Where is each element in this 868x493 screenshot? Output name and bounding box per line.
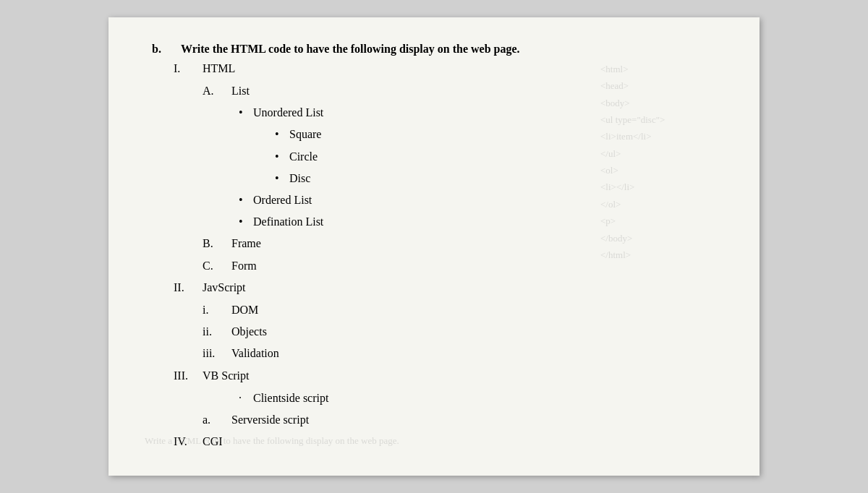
section-IV-text: CGI — [203, 432, 223, 451]
bullet-clientside: · — [239, 388, 253, 408]
question-text: Write the HTML code to have the followin… — [181, 39, 520, 59]
section-II-iii: iii. Validation — [203, 343, 731, 363]
text-unordered: Unordered List — [253, 103, 323, 122]
section-C-text: Form — [231, 256, 257, 275]
section-IV-label: IV. — [174, 432, 203, 451]
section-C: C. Form — [203, 256, 731, 275]
bullet-ordered: • — [239, 190, 253, 210]
section-II-text: JavScript — [203, 278, 246, 297]
bullet-unordered: • — [239, 103, 253, 122]
section-C-label: C. — [203, 256, 231, 275]
list-item-circle: • Circle — [275, 147, 731, 166]
question-label: b. — [152, 39, 181, 59]
page: b. Write the HTML code to have the follo… — [109, 17, 760, 476]
bullet-square: • — [275, 124, 289, 144]
list-item-disc: • Disc — [275, 168, 731, 188]
list-item-unordered: • Unordered List — [239, 103, 731, 122]
section-A-label: A. — [203, 81, 231, 100]
text-serverside: Serverside script — [231, 410, 309, 429]
section-II-label: II. — [174, 278, 203, 297]
question-header: b. Write the HTML code to have the follo… — [152, 39, 731, 59]
section-B: B. Frame — [203, 233, 731, 253]
section-II-ii-text: Objects — [231, 322, 267, 341]
list-item-ordered: • Ordered List — [239, 190, 731, 210]
text-square: Square — [289, 124, 321, 144]
section-II-iii-text: Validation — [231, 343, 279, 363]
text-disc: Disc — [289, 168, 310, 188]
section-II-ii: ii. Objects — [203, 322, 731, 341]
section-II: II. JavScript — [174, 278, 731, 297]
section-B-label: B. — [203, 233, 231, 253]
list-item-defination: • Defination List — [239, 212, 731, 231]
text-clientside: Clientside script — [253, 388, 328, 408]
section-III-clientside: · Clientside script — [239, 388, 731, 408]
section-III: III. VB Script — [174, 366, 731, 385]
section-A-text: List — [231, 81, 250, 100]
section-A: A. List — [203, 81, 731, 100]
section-B-text: Frame — [231, 233, 261, 253]
bullet-disc: • — [275, 168, 289, 188]
text-circle: Circle — [289, 147, 318, 166]
section-I-label: I. — [174, 59, 203, 78]
section-III-text: VB Script — [203, 366, 249, 385]
section-I: I. HTML — [174, 59, 731, 78]
text-ordered: Ordered List — [253, 190, 312, 210]
outline-content: I. HTML A. List • Unordered List • Squar… — [166, 59, 731, 451]
section-III-a-label: a. — [203, 410, 231, 429]
section-II-i: i. DOM — [203, 300, 731, 320]
section-II-i-text: DOM — [231, 300, 258, 320]
section-III-label: III. — [174, 366, 203, 385]
bullet-defination: • — [239, 212, 253, 231]
section-IV: IV. CGI — [174, 432, 731, 451]
text-defination: Defination List — [253, 212, 323, 231]
list-item-square: • Square — [275, 124, 731, 144]
section-III-serverside: a. Serverside script — [203, 410, 731, 429]
bullet-circle: • — [275, 147, 289, 166]
section-II-i-label: i. — [203, 300, 231, 320]
section-II-ii-label: ii. — [203, 322, 231, 341]
section-I-text: HTML — [203, 59, 235, 78]
section-II-iii-label: iii. — [203, 343, 231, 363]
